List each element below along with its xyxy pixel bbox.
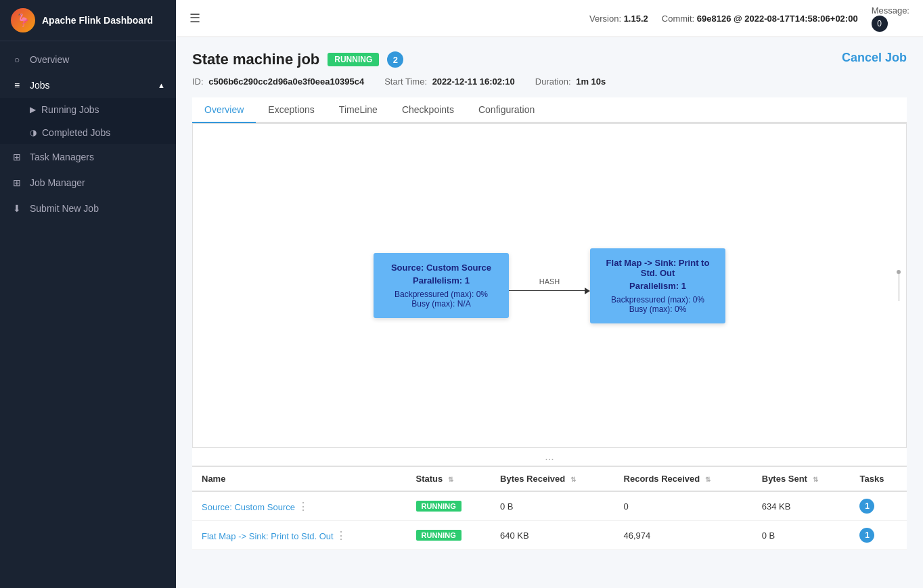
scroll-indicator [897,270,901,301]
status-sort-icon[interactable]: ⇅ [448,476,453,483]
job-id: ID: c506b6c290cc2d96a0e3f0eea10395c4 [192,76,364,87]
jobs-submenu: ▶ Running Jobs ◑ Completed Jobs [0,98,176,144]
app-title: Apache Flink Dashboard [42,15,153,26]
col-tasks: Tasks [850,467,907,492]
source-node[interactable]: Source: Custom Source Parallelism: 1 Bac… [374,253,509,318]
tab-timeline[interactable]: TimeLine [327,97,390,123]
scroll-line [899,274,899,301]
version-value: 1.15.2 [624,14,648,24]
sidebar-item-jobs-label: Jobs [30,80,50,91]
sidebar-header: 🦩 Apache Flink Dashboard [0,0,176,41]
source-node-parallelism: Parallelism: 1 [384,275,498,286]
job-name-link[interactable]: Flat Map -> Sink: Print to Std. Out [202,531,334,541]
records-received-sort-icon[interactable]: ⇅ [705,476,711,483]
job-id-label: ID: [192,76,204,87]
main-content: ☰ Version: 1.15.2 Commit: 69e8126 @ 2022… [176,0,923,588]
job-duration-value: 1m 10s [576,76,606,87]
completed-jobs-icon: ◑ [30,128,37,137]
job-status-badge: RUNNING [328,53,379,66]
overview-icon: ○ [11,53,23,66]
cell-status: RUNNING [407,521,491,550]
sidebar-item-overview-label: Overview [30,54,69,65]
menu-toggle-icon[interactable]: ☰ [189,11,200,26]
tabs-bar: Overview Exceptions TimeLine Checkpoints… [192,97,907,123]
sidebar-item-job-manager[interactable]: ⊞ Job Manager [0,170,176,196]
col-bytes-received: Bytes Received ⇅ [491,467,614,492]
flow-diagram: Source: Custom Source Parallelism: 1 Bac… [193,124,906,447]
task-count-badge: 1 [859,528,874,543]
tab-checkpoints[interactable]: Checkpoints [390,97,466,123]
message-label: Message: [872,5,909,16]
job-start-time: Start Time: 2022-12-11 16:02:10 [384,76,515,87]
sidebar: 🦩 Apache Flink Dashboard ○ Overview ≡ Jo… [0,0,176,588]
row-status-badge: RUNNING [416,501,461,512]
version-label: Version: [589,14,621,24]
source-node-detail2: Busy (max): N/A [384,299,498,309]
flow-arrow: HASH [509,277,590,294]
cell-bytes-received: 0 B [491,491,614,521]
job-start-value: 2022-12-11 16:02:10 [432,76,515,87]
bytes-sent-sort-icon[interactable]: ⇅ [813,476,818,483]
commit-value: 69e8126 @ 2022-08-17T14:58:06+02:00 [697,14,858,24]
tab-overview[interactable]: Overview [192,97,256,123]
row-menu-icon[interactable]: ⋮ [336,530,346,541]
commit-label: Commit: [662,14,694,24]
sink-node-detail1: Backpressured (max): 0% [601,295,715,304]
sidebar-nav: ○ Overview ≡ Jobs ▲ ▶ Running Jobs ◑ Com… [0,41,176,588]
jobs-icon: ≡ [11,79,23,91]
col-status: Status ⇅ [407,467,491,492]
sidebar-item-submit-new-job[interactable]: ⬇ Submit New Job [0,196,176,221]
cell-status: RUNNING [407,491,491,521]
submit-job-icon: ⬇ [11,202,23,214]
job-manager-icon: ⊞ [11,177,23,189]
job-meta: ID: c506b6c290cc2d96a0e3f0eea10395c4 Sta… [192,76,606,87]
app-logo: 🦩 [11,8,35,32]
flow-edge-label: HASH [539,277,560,286]
content-inner: State machine job RUNNING 2 ID: c506b6c2… [176,37,923,564]
sidebar-item-submit-new-job-label: Submit New Job [30,203,99,214]
message-info: Message: 0 [872,5,909,32]
table-row: Flat Map -> Sink: Print to Std. Out ⋮ RU… [192,521,907,550]
job-title: State machine job [192,51,319,68]
cancel-job-button[interactable]: Cancel Job [842,51,907,65]
task-managers-icon: ⊞ [11,151,23,163]
sidebar-item-overview[interactable]: ○ Overview [0,47,176,72]
content-area: State machine job RUNNING 2 ID: c506b6c2… [176,37,923,588]
cell-records-received: 0 [614,491,752,521]
sidebar-item-task-managers[interactable]: ⊞ Task Managers [0,144,176,170]
source-node-title: Source: Custom Source [384,263,498,273]
cell-bytes-sent: 0 B [752,521,851,550]
flow-container: Source: Custom Source Parallelism: 1 Bac… [374,248,725,323]
job-header-row: State machine job RUNNING 2 ID: c506b6c2… [192,51,907,97]
cancel-wrapper: Cancel Job [842,51,907,65]
topbar-info: Version: 1.15.2 Commit: 69e8126 @ 2022-0… [589,5,909,32]
job-name-link[interactable]: Source: Custom Source [202,502,295,512]
table-header-row: Name Status ⇅ Bytes Received ⇅ Records R… [192,467,907,492]
tab-exceptions[interactable]: Exceptions [256,97,326,123]
job-start-label: Start Time: [384,76,427,87]
task-count-badge: 1 [859,499,874,514]
cell-name: Source: Custom Source ⋮ [192,491,407,521]
row-menu-icon[interactable]: ⋮ [298,501,309,512]
job-count-badge: 2 [387,51,403,68]
flow-line-bar [509,290,585,291]
sidebar-item-running-jobs[interactable]: ▶ Running Jobs [0,98,176,121]
col-bytes-sent: Bytes Sent ⇅ [752,467,851,492]
sink-node-detail2: Busy (max): 0% [601,304,715,314]
cell-bytes-received: 640 KB [491,521,614,550]
message-badge: 0 [872,16,888,32]
job-duration-label: Duration: [535,76,571,87]
sidebar-item-task-managers-label: Task Managers [30,152,94,162]
table-more-dots: ... [192,448,907,466]
tab-configuration[interactable]: Configuration [466,97,547,123]
flow-arrowhead [585,288,590,294]
sidebar-item-jobs[interactable]: ≡ Jobs ▲ [0,72,176,98]
col-records-received: Records Received ⇅ [614,467,752,492]
flow-graph-area: Source: Custom Source Parallelism: 1 Bac… [192,123,907,448]
bytes-received-sort-icon[interactable]: ⇅ [570,476,576,483]
col-name: Name [192,467,407,492]
cell-records-received: 46,974 [614,521,752,550]
sidebar-item-completed-jobs[interactable]: ◑ Completed Jobs [0,121,176,144]
cell-bytes-sent: 634 KB [752,491,851,521]
sink-node[interactable]: Flat Map -> Sink: Print to Std. Out Para… [590,248,725,323]
